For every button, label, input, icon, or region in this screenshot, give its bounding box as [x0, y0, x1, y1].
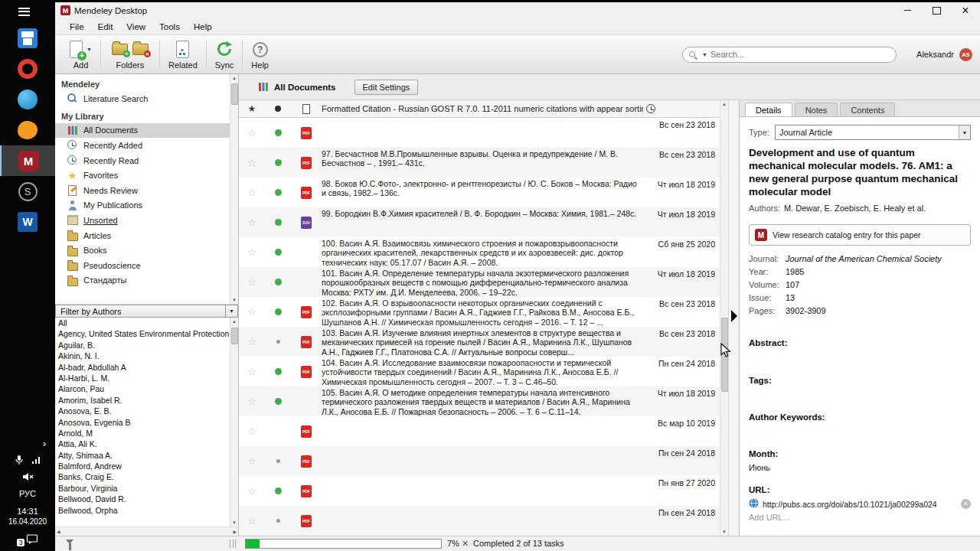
maximize-button[interactable] [922, 2, 951, 18]
author-filter-item[interactable]: All [55, 318, 230, 328]
taskbar-blue-circle-app-icon[interactable] [0, 84, 55, 115]
url-link[interactable]: http://pubs.acs.org/doi/abs/10.1021/ja00… [763, 500, 957, 509]
sync-button[interactable]: Sync [215, 39, 234, 70]
author-keywords-label[interactable]: Author Keywords: [749, 412, 971, 422]
document-row[interactable]: ☆ Пн сен 24 2018 [239, 446, 720, 476]
taskbar-word-icon[interactable] [0, 207, 55, 237]
author-filter-item[interactable]: Al-badr, Abdullah A [55, 362, 230, 373]
edit-settings-button[interactable]: Edit Settings [354, 80, 419, 95]
author-horizontal-scrollbar[interactable]: ◀ ▶ [55, 527, 238, 536]
library-scrollbar[interactable]: ▲ ▼ [230, 74, 238, 304]
document-row[interactable]: ☆ Вс сен 23 2018 [239, 118, 720, 148]
scroll-up-icon[interactable]: ▲ [232, 74, 237, 82]
related-button[interactable]: Related [168, 39, 198, 70]
author-list-scroll[interactable]: ▲ ▼ [230, 318, 238, 527]
folders-buttons[interactable]: Folders [109, 39, 151, 70]
microphone-icon[interactable] [15, 455, 24, 465]
author-filter-item[interactable]: Anosova, Evgenia B [55, 417, 230, 428]
author-filter-item[interactable]: Atty, Shimaa A. [55, 450, 230, 461]
filter-funnel-icon[interactable] [66, 540, 74, 544]
sidebar-item-pseudoscience[interactable]: Pseudoscience [55, 258, 230, 273]
favorite-star-icon[interactable]: ☆ [239, 297, 265, 327]
help-button[interactable]: Help [251, 39, 269, 70]
author-filter-item[interactable]: Attia, Ali K. [55, 439, 230, 449]
favorite-star-icon[interactable]: ☆ [239, 267, 265, 297]
notification-center-button[interactable]: 3 [17, 533, 38, 546]
favorite-star-icon[interactable]: ☆ [239, 178, 265, 207]
add-document-button[interactable]: Add [70, 39, 92, 70]
citation-column-header[interactable]: Formatted Citation - Russian GOST R 7.0.… [322, 104, 643, 113]
sidebar-item-books[interactable]: Books [55, 243, 230, 258]
sidebar-resize-grip[interactable] [230, 540, 236, 548]
author-filter-item[interactable]: Akinin, N. I. [55, 350, 230, 361]
favorite-star-icon[interactable]: ☆ [239, 118, 265, 148]
favorite-star-icon[interactable]: ☆ [239, 506, 265, 536]
author-filter-item[interactable]: Amorim, Isabel R. [55, 395, 230, 406]
document-row[interactable]: ☆ Пн янв 27 2020 [239, 476, 720, 506]
document-row[interactable]: ☆ 97. Бесчастнов М.В.Промышленные взрывы… [239, 148, 720, 178]
menu-view[interactable]: View [119, 21, 152, 33]
month-value[interactable]: Июнь [749, 463, 971, 473]
sidebar-item-articles[interactable]: Articles [55, 228, 230, 243]
collection-title[interactable]: All Documents [257, 81, 336, 93]
favorite-star-icon[interactable]: ☆ [239, 446, 265, 476]
document-row[interactable]: ☆ 101. Васин А.Я. Определение температур… [239, 267, 720, 297]
scroll-down-icon[interactable]: ▼ [722, 528, 727, 536]
taskbar-mendeley-icon[interactable] [0, 145, 55, 176]
abstract-label[interactable]: Abstract: [749, 337, 971, 348]
menu-edit[interactable]: Edit [91, 21, 120, 33]
menu-file[interactable]: File [63, 21, 91, 33]
author-filter-item[interactable]: Arnold, M [55, 428, 230, 439]
tags-label[interactable]: Tags: [749, 375, 971, 386]
document-row[interactable]: ☆ 105. Васин А.Я. О методике определения… [239, 386, 720, 416]
language-indicator[interactable]: РУС [19, 485, 36, 502]
author-filter-item[interactable]: Banks, Craig E. [55, 471, 230, 482]
search-input[interactable] [710, 50, 890, 59]
taskbar-orange-app-icon[interactable] [0, 115, 55, 145]
detail-field-value[interactable]: 3902-3909 [786, 305, 971, 316]
sidebar-item-стандарты[interactable]: Стандарты [55, 273, 230, 289]
menu-tools[interactable]: Tools [152, 21, 187, 33]
add-dropdown-caret-icon[interactable] [87, 46, 92, 53]
volume-muted-icon[interactable] [22, 472, 34, 481]
document-row[interactable]: ☆ Пн сен 24 2018 [239, 506, 720, 536]
start-button[interactable] [0, 0, 55, 23]
tab-details[interactable]: Details [745, 103, 792, 116]
document-row[interactable]: ☆ 103. Васин А.Я. Изучение влияния инерт… [239, 327, 720, 357]
read-column-header[interactable] [265, 106, 291, 112]
document-row[interactable]: ☆ 102. Васин А.Я. О взрывоопасности неко… [239, 297, 720, 327]
sidebar-item-recently-read[interactable]: Recently Read [55, 153, 230, 168]
author-filter-item[interactable]: Aguilar, B. [55, 340, 230, 350]
remove-folder-icon[interactable] [132, 44, 149, 55]
favorite-star-icon[interactable]: ☆ [239, 148, 265, 178]
author-filter-item[interactable]: Anosova, E. B. [55, 406, 230, 416]
sidebar-item-unsorted[interactable]: Unsorted [55, 213, 230, 228]
detail-field-value[interactable]: Journal of the American Chemical Society [786, 253, 971, 264]
chevron-down-icon[interactable] [225, 305, 237, 317]
document-authors[interactable]: Authors:M. Dewar, E. Zoebisch, E. Healy … [749, 203, 971, 214]
favorite-star-icon[interactable]: ☆ [239, 207, 265, 237]
close-button[interactable] [951, 2, 980, 18]
sidebar-item-literature-search[interactable]: Literature Search [55, 91, 230, 106]
favorite-star-icon[interactable]: ☆ [239, 327, 265, 357]
tab-contents[interactable]: Contents [840, 103, 895, 116]
favorite-star-icon[interactable]: ☆ [239, 237, 265, 267]
scroll-right-icon[interactable]: ▶ [233, 529, 237, 534]
sidebar-item-favorites[interactable]: ★ Favorites [55, 168, 230, 183]
scroll-up-icon[interactable]: ▲ [232, 318, 237, 325]
author-filter-item[interactable]: Bellwood, David R. [55, 494, 230, 504]
author-filter-item[interactable]: Al-Harbi, L. M. [55, 373, 230, 383]
table-scrollbar-thumb[interactable] [721, 318, 728, 392]
author-scrollbar-thumb[interactable] [231, 328, 238, 344]
library-scrollbar-thumb[interactable] [231, 83, 238, 105]
author-filter-item[interactable]: Barbour, Virginia [55, 483, 230, 494]
document-title[interactable]: Development and use of quantum mechanica… [749, 146, 971, 198]
sidebar-item-recently-added[interactable]: Recently Added [55, 138, 230, 153]
document-row[interactable]: ☆ 98. Боков Ю.С.Фото-, электронно- и рен… [239, 178, 720, 207]
scroll-down-icon[interactable]: ▼ [232, 296, 237, 304]
filter-by-authors-dropdown[interactable]: Filter by Authors [55, 305, 238, 318]
cancel-tasks-icon[interactable] [462, 539, 469, 549]
panel-splitter[interactable] [728, 100, 739, 536]
date-column-header[interactable] [643, 104, 720, 113]
clock-time[interactable]: 14:31 [17, 507, 38, 516]
